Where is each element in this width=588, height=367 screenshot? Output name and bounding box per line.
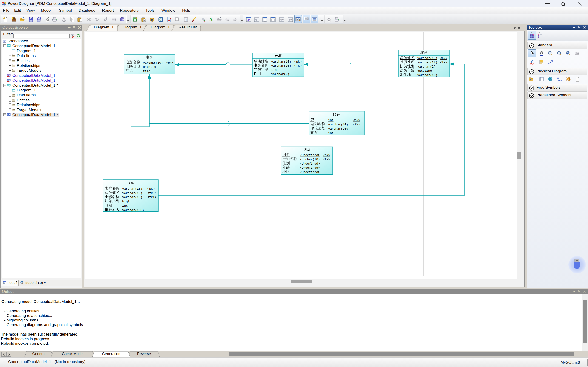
svg-text:<fk>: <fk>: [353, 123, 360, 126]
svg-text:<fk2>: <fk2>: [147, 192, 157, 195]
svg-text:datetime: datetime: [143, 65, 157, 69]
svg-text:varchar(2): varchar(2): [417, 65, 435, 68]
svg-text:varchar(10): varchar(10): [328, 123, 348, 126]
svg-text:<Undefined>: <Undefined>: [300, 162, 320, 166]
svg-text:varchar(2): varchar(2): [271, 72, 289, 76]
svg-text:<Undefined>: <Undefined>: [300, 166, 320, 170]
svg-text:time: time: [143, 69, 150, 73]
svg-text:<fk>: <fk>: [440, 61, 447, 64]
svg-text:varchar(10): varchar(10): [300, 158, 320, 161]
svg-text:<fk1>: <fk1>: [147, 196, 157, 199]
svg-text:varchar(10): varchar(10): [122, 196, 142, 199]
svg-text:varchar(10): varchar(10): [417, 74, 437, 77]
svg-text:int: int: [328, 132, 334, 135]
svg-text:varchar(10): varchar(10): [271, 64, 291, 67]
svg-text:varchar(150): varchar(150): [122, 209, 144, 212]
svg-text:varchar(10): varchar(10): [417, 61, 437, 64]
svg-text:<fk>: <fk>: [323, 158, 330, 161]
svg-text:bigint: bigint: [122, 200, 133, 203]
svg-text:<fk>: <fk>: [294, 64, 302, 67]
svg-text:int: int: [122, 204, 128, 208]
svg-text:T: T: [185, 18, 187, 21]
svg-text:A: A: [209, 17, 213, 22]
svg-text:datetime: datetime: [417, 69, 432, 73]
svg-text:<Undefined>: <Undefined>: [300, 171, 320, 174]
svg-text:time: time: [271, 68, 279, 72]
svg-text:varchar(200): varchar(200): [328, 127, 350, 131]
svg-text:?: ?: [122, 18, 124, 21]
svg-text:varchar(10): varchar(10): [122, 192, 142, 195]
